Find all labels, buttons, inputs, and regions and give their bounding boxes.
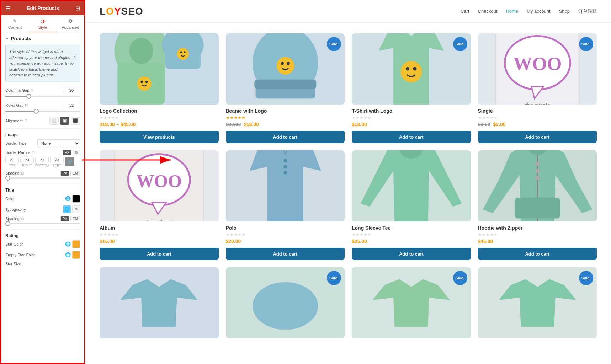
- svg-point-53: [253, 282, 318, 330]
- hamburger-icon[interactable]: ☰: [5, 5, 10, 12]
- tab-advanced[interactable]: ⚙ Advanced: [57, 15, 84, 32]
- title-spacing-track[interactable]: [5, 223, 80, 224]
- br-right-input[interactable]: [20, 157, 34, 163]
- add-to-cart-btn-2[interactable]: Add to cart: [226, 131, 345, 143]
- add-to-cart-btn-4[interactable]: Add to cart: [478, 131, 597, 143]
- br-top-label: TOP: [9, 164, 15, 167]
- svg-marker-52: [121, 279, 198, 327]
- product-svg-1: [100, 33, 219, 105]
- product-svg-11: [352, 276, 471, 330]
- products-section-header[interactable]: ▼ Products: [5, 36, 80, 41]
- border-type-select[interactable]: None Solid Dashed Dotted: [37, 139, 80, 147]
- product-price-3: $18.00: [352, 122, 471, 127]
- title-color-label: Color: [5, 197, 15, 201]
- svg-marker-54: [373, 279, 450, 327]
- products-grid: Logo Collection ★★★★★ $18.00 – $45.00 Vi…: [100, 33, 597, 260]
- grid-icon[interactable]: ⊞: [75, 5, 80, 12]
- svg-rect-48: [535, 162, 540, 166]
- product-card-9: [100, 267, 219, 342]
- title-color-globe-icon[interactable]: 🌐: [65, 196, 71, 201]
- tab-content[interactable]: ✎ Content: [1, 15, 29, 32]
- product-price-6: $20.00: [226, 239, 345, 244]
- alignment-info-icon: ⊡: [24, 119, 27, 123]
- star-size-label: Star Size: [5, 262, 80, 266]
- panel-collapse-btn[interactable]: ‹: [84, 175, 85, 189]
- nav-cart[interactable]: Cart: [461, 9, 469, 14]
- view-products-btn-1[interactable]: View products: [100, 131, 219, 143]
- product-stars-7: ★★★★★: [352, 232, 471, 237]
- image-section-label: Image: [5, 132, 80, 137]
- product-stars-8: ★★★★★: [478, 232, 597, 237]
- image-spacing-thumb[interactable]: [5, 176, 10, 181]
- columns-gap-info-icon: ⊡: [31, 88, 33, 92]
- product-stars-3: ★★★★★: [352, 115, 471, 120]
- nav-shop[interactable]: Shop: [559, 9, 570, 14]
- br-bottom-input[interactable]: [35, 157, 49, 163]
- title-spacing-px-btn[interactable]: PX: [60, 216, 69, 221]
- rows-gap-track[interactable]: [5, 111, 80, 112]
- typography-globe-btn[interactable]: 🌐: [63, 205, 71, 213]
- star-color-globe-icon[interactable]: 🌐: [65, 241, 71, 247]
- sale-badge-12: Sale!: [579, 271, 593, 285]
- svg-marker-45: [483, 175, 520, 213]
- product-price-4: $3.00 $2.00: [478, 122, 597, 127]
- image-spacing-px-btn[interactable]: PX: [60, 171, 69, 176]
- rows-gap-slider: [5, 111, 80, 112]
- product-card-11: Sale!: [352, 267, 471, 342]
- empty-star-globe-icon[interactable]: 🌐: [65, 252, 71, 257]
- product-image-6: [226, 150, 345, 221]
- add-to-cart-btn-5[interactable]: Add to cart: [100, 248, 219, 260]
- columns-gap-thumb[interactable]: [26, 94, 31, 99]
- columns-gap-input[interactable]: [63, 87, 80, 93]
- rows-gap-thumb[interactable]: [34, 109, 39, 114]
- svg-point-22: [400, 61, 422, 82]
- title-spacing-slider: [5, 223, 80, 224]
- br-unit-px-btn[interactable]: PX: [63, 150, 71, 155]
- add-to-cart-btn-6[interactable]: Add to cart: [226, 248, 345, 260]
- products-grid-row3: Sale! Sale! Sale!: [100, 267, 597, 342]
- star-color-row: Star Color 🌐: [5, 240, 80, 248]
- br-link-btn[interactable]: 🔗: [65, 157, 74, 166]
- product-svg-10: [226, 276, 345, 330]
- add-to-cart-btn-3[interactable]: Add to cart: [352, 131, 471, 143]
- svg-point-11: [180, 52, 182, 53]
- image-spacing-units: PX EM: [60, 171, 80, 176]
- typography-edit-btn[interactable]: ✎: [72, 205, 80, 213]
- add-to-cart-btn-7[interactable]: Add to cart: [352, 248, 471, 260]
- br-bottom-group: BOTTOM: [35, 157, 49, 167]
- align-center-btn[interactable]: ▣: [60, 117, 69, 125]
- product-svg-8: [478, 150, 597, 221]
- svg-point-24: [413, 67, 416, 71]
- add-to-cart-btn-8[interactable]: Add to cart: [478, 248, 597, 260]
- panel-body: ▼ Products The style of this widget is o…: [1, 32, 84, 363]
- title-spacing-em-btn[interactable]: EM: [70, 216, 80, 221]
- price-original-4: $3.00: [478, 122, 490, 127]
- br-top-input[interactable]: [5, 157, 19, 163]
- nav-home[interactable]: Home: [506, 9, 518, 14]
- image-spacing-slider: [5, 177, 80, 179]
- svg-point-10: [177, 48, 188, 60]
- title-color-swatch[interactable]: [72, 195, 80, 203]
- tab-style[interactable]: ◑ Style: [29, 15, 57, 32]
- rows-gap-input[interactable]: [63, 102, 80, 108]
- image-spacing-track[interactable]: [5, 177, 80, 179]
- br-unit-buttons: PX %: [63, 150, 80, 155]
- image-spacing-header: Spacing ⊡ PX EM: [5, 171, 80, 176]
- divider-1: [5, 128, 80, 129]
- empty-star-color-swatch[interactable]: [72, 251, 80, 259]
- star-color-swatch[interactable]: [72, 240, 80, 248]
- nav-checkout[interactable]: Checkout: [478, 9, 498, 14]
- image-spacing-label: Spacing ⊡: [5, 171, 24, 175]
- br-unit-pct-btn[interactable]: %: [73, 150, 80, 155]
- nav-myaccount[interactable]: My account: [527, 9, 550, 14]
- columns-gap-track[interactable]: [5, 96, 80, 97]
- image-spacing-em-btn[interactable]: EM: [70, 171, 80, 176]
- nav-order-tracking[interactable]: 订单跟踪: [578, 8, 597, 15]
- align-right-btn[interactable]: ⬛: [71, 117, 80, 125]
- br-left-input[interactable]: [50, 157, 64, 163]
- align-left-btn[interactable]: ⬜: [49, 117, 59, 125]
- panel-title: Edit Products: [27, 5, 59, 11]
- panel-tabs: ✎ Content ◑ Style ⚙ Advanced: [1, 15, 84, 32]
- collapse-arrow-icon: ▼: [5, 37, 9, 41]
- title-spacing-thumb[interactable]: [5, 221, 10, 226]
